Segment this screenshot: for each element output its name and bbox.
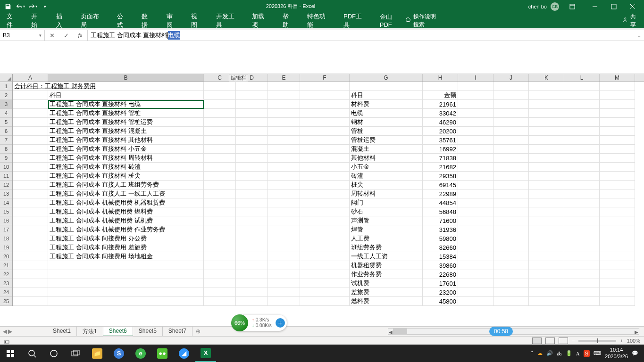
cell-M21[interactable] [600, 261, 635, 270]
cell-H24[interactable]: 23200 [423, 288, 458, 297]
cell-C23[interactable] [204, 279, 236, 288]
cell-L13[interactable] [564, 189, 600, 198]
cell-I18[interactable] [458, 234, 493, 243]
cell-D24[interactable] [236, 288, 268, 297]
cell-G17[interactable]: 焊管 [350, 225, 423, 234]
wechat-button[interactable]: ●● [152, 345, 173, 362]
ribbon-tab-公式[interactable]: 公式 [115, 9, 130, 32]
cell-D12[interactable] [236, 181, 268, 189]
cell-H19[interactable]: 82660 [423, 243, 458, 252]
cell-H12[interactable]: 69145 [423, 181, 458, 189]
cell-A13[interactable] [13, 189, 48, 198]
user-avatar[interactable]: CB [551, 2, 559, 11]
cell-M15[interactable] [600, 207, 635, 216]
cell-I23[interactable] [458, 279, 493, 288]
cell-J5[interactable] [493, 118, 529, 127]
column-header-B[interactable]: B [48, 74, 204, 82]
name-box[interactable]: ▾ [0, 30, 45, 41]
cell-A16[interactable] [13, 216, 48, 225]
cell-G9[interactable]: 其他材料 [350, 154, 423, 163]
cell-C5[interactable] [204, 118, 236, 127]
cell-L16[interactable] [564, 216, 600, 225]
cell-H9[interactable]: 71838 [423, 154, 458, 163]
cell-E18[interactable] [268, 234, 300, 243]
sheet-nav-next[interactable]: ▶ [8, 328, 12, 335]
formula-bar-expand[interactable]: ⌄ [635, 30, 644, 41]
cell-K6[interactable] [529, 127, 564, 136]
cell-C21[interactable] [204, 261, 236, 270]
ribbon-tab-页面布局[interactable]: 页面布局 [79, 9, 106, 32]
cell-K8[interactable] [529, 145, 564, 154]
cell-F13[interactable] [300, 189, 350, 198]
cell-A5[interactable] [13, 118, 48, 127]
cell-H1[interactable] [423, 82, 458, 91]
cell-H14[interactable]: 44854 [423, 198, 458, 207]
cell-B21[interactable] [48, 261, 204, 270]
cell-F25[interactable] [300, 297, 350, 306]
cell-M8[interactable] [600, 145, 635, 154]
row-header-4[interactable]: 4 [0, 109, 12, 118]
cell-E3[interactable] [268, 100, 300, 109]
cell-J14[interactable] [493, 198, 529, 207]
ribbon-tab-审阅[interactable]: 审阅 [165, 9, 180, 32]
cell-D11[interactable] [236, 172, 268, 181]
cell-H5[interactable]: 46290 [423, 118, 458, 127]
cell-D16[interactable] [236, 216, 268, 225]
tray-volume-icon[interactable]: 🔊 [546, 350, 553, 356]
cell-L2[interactable] [564, 91, 600, 100]
cell-C11[interactable] [204, 172, 236, 181]
cell-L21[interactable] [564, 261, 600, 270]
row-header-7[interactable]: 7 [0, 136, 12, 145]
cell-A4[interactable] [13, 109, 48, 118]
cancel-edit-button[interactable]: ✕ [45, 30, 59, 41]
cell-C2[interactable] [204, 91, 236, 100]
cell-J20[interactable] [493, 252, 529, 261]
cell-G18[interactable]: 人工费 [350, 234, 423, 243]
cell-E23[interactable] [268, 279, 300, 288]
cell-I12[interactable] [458, 181, 493, 189]
cell-A22[interactable] [13, 270, 48, 279]
cell-A8[interactable] [13, 145, 48, 154]
cell-F18[interactable] [300, 234, 350, 243]
zoom-level[interactable]: 100% [627, 338, 640, 344]
cell-G5[interactable]: 钢材 [350, 118, 423, 127]
zoom-out-button[interactable]: − [572, 338, 575, 344]
cell-B8[interactable]: 工程施工 合同成本 直接材料 小五金 [48, 145, 204, 154]
tray-up-icon[interactable]: ˄ [531, 350, 534, 356]
cell-A23[interactable] [13, 279, 48, 288]
cell-F8[interactable] [300, 145, 350, 154]
cell-J12[interactable] [493, 181, 529, 189]
cell-I25[interactable] [458, 297, 493, 306]
share-button[interactable]: 共享 [630, 13, 639, 29]
page-layout-view-button[interactable] [545, 337, 555, 344]
cell-A14[interactable] [13, 198, 48, 207]
close-button[interactable] [623, 0, 642, 13]
cell-F4[interactable] [300, 109, 350, 118]
ribbon-tab-数据[interactable]: 数据 [140, 9, 155, 32]
cell-F15[interactable] [300, 207, 350, 216]
cell-D1[interactable] [236, 82, 268, 91]
cell-K15[interactable] [529, 207, 564, 216]
cell-B17[interactable]: 工程施工 合同成本 机械使用费 作业劳务费 [48, 225, 204, 234]
cell-E2[interactable] [268, 91, 300, 100]
name-box-dropdown[interactable]: ▾ [39, 33, 42, 38]
cell-A7[interactable] [13, 136, 48, 145]
cell-D21[interactable] [236, 261, 268, 270]
cell-K5[interactable] [529, 118, 564, 127]
sheet-tab-Sheet5[interactable]: Sheet5 [133, 327, 163, 337]
cell-B6[interactable]: 工程施工 合同成本 直接材料 混凝土 [48, 127, 204, 136]
cell-G22[interactable]: 作业劳务费 [350, 270, 423, 279]
cell-B20[interactable]: 工程施工 合同成本 间接费用 场地租金 [48, 252, 204, 261]
cell-F6[interactable] [300, 127, 350, 136]
cell-K4[interactable] [529, 109, 564, 118]
cell-G3[interactable]: 材料费 [350, 100, 423, 109]
cell-L15[interactable] [564, 207, 600, 216]
cell-D5[interactable] [236, 118, 268, 127]
row-header-9[interactable]: 9 [0, 154, 12, 163]
search-button[interactable] [22, 345, 42, 362]
tray-battery-icon[interactable]: 🔋 [566, 350, 572, 356]
cell-E7[interactable] [268, 136, 300, 145]
cell-L25[interactable] [564, 297, 600, 306]
cell-M19[interactable] [600, 243, 635, 252]
cell-H4[interactable]: 33042 [423, 109, 458, 118]
